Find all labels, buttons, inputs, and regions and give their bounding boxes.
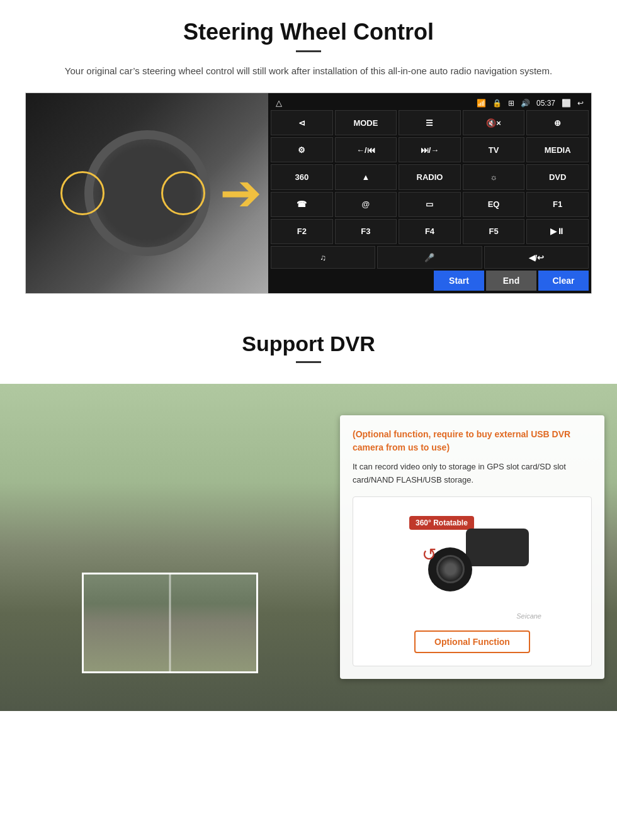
- home-icon: △: [276, 98, 282, 108]
- panel-btn-phone[interactable]: ☎: [271, 192, 333, 217]
- panel-btn-f2[interactable]: F2: [271, 219, 333, 244]
- camera-illustration: 360° Rotatable ↺ Seicane: [397, 510, 548, 623]
- panel-btn-nav[interactable]: ⊲: [271, 110, 333, 135]
- steering-container: ➔ △ 📶 🔒 ⊞ 🔊 05:37 ⬜ ↩ ⊲: [25, 92, 592, 294]
- start-button[interactable]: Start: [434, 271, 484, 291]
- wifi-icon: 📶: [477, 99, 486, 108]
- panel-btn-mic[interactable]: 🎤: [377, 246, 482, 269]
- optional-function-button[interactable]: Optional Function: [414, 630, 530, 653]
- panel-btn-settings[interactable]: ⚙: [271, 137, 333, 162]
- panel-btn-screen[interactable]: ▭: [399, 192, 461, 217]
- steering-photo: ➔: [26, 93, 268, 293]
- yellow-arrow-icon: ➔: [220, 168, 262, 218]
- panel-btn-brightness[interactable]: ☼: [463, 164, 525, 189]
- dvr-section: Support DVR (Optional function, require …: [0, 313, 617, 711]
- dvr-description: It can record video only to storage in G…: [353, 461, 592, 487]
- panel-btn-eject[interactable]: ▲: [335, 164, 397, 189]
- panel-btn-f5[interactable]: F5: [463, 219, 525, 244]
- dvr-optional-text: (Optional function, require to buy exter…: [353, 428, 592, 454]
- panel-btn-tv[interactable]: TV: [463, 137, 525, 162]
- dvr-road-inset: [82, 573, 258, 673]
- panel-btn-f4[interactable]: F4: [399, 219, 461, 244]
- window-icon: ⬜: [562, 99, 571, 108]
- panel-partial-row: ♫ 🎤 ◀/↩: [271, 246, 589, 269]
- road-inset-graphic: [84, 574, 256, 671]
- dvr-title-divider: [296, 361, 321, 363]
- time-display: 05:37: [536, 99, 555, 108]
- seicane-watermark: Seicane: [516, 612, 541, 620]
- panel-btn-menu[interactable]: ☰: [399, 110, 461, 135]
- lock-icon: 🔒: [492, 99, 502, 108]
- panel-btn-volback[interactable]: ◀/↩: [484, 246, 589, 269]
- panel-header-icons: 📶 🔒 ⊞ 🔊 05:37 ⬜ ↩: [477, 99, 584, 108]
- steering-title: Steering Wheel Control: [25, 19, 592, 45]
- dvr-info-card: (Optional function, require to buy exter…: [340, 415, 604, 679]
- rotate-badge: 360° Rotatable: [409, 516, 474, 530]
- panel-btn-f3[interactable]: F3: [335, 219, 397, 244]
- back-icon: ↩: [577, 99, 584, 108]
- title-divider: [296, 50, 321, 52]
- control-panel: △ 📶 🔒 ⊞ 🔊 05:37 ⬜ ↩ ⊲ MODE ☰ 🔇× ⊕: [268, 93, 591, 293]
- panel-header: △ 📶 🔒 ⊞ 🔊 05:37 ⬜ ↩: [271, 96, 589, 110]
- rotation-arrow-icon: ↺: [422, 544, 436, 565]
- dvr-background: (Optional function, require to buy exter…: [0, 384, 617, 711]
- steering-description: Your original car’s steering wheel contr…: [50, 64, 567, 79]
- dvr-header: Support DVR: [0, 313, 617, 384]
- panel-btn-eq[interactable]: EQ: [463, 192, 525, 217]
- camera-body: [466, 529, 529, 566]
- steering-section: Steering Wheel Control Your original car…: [0, 0, 617, 306]
- panel-btn-f1[interactable]: F1: [526, 192, 589, 217]
- audio-icon: 🔊: [521, 99, 530, 108]
- panel-grid: ⊲ MODE ☰ 🔇× ⊕ ⚙ ←/⏮ ⏭/→ TV MEDIA 360 ▲ R…: [271, 110, 589, 244]
- road-center-line: [169, 574, 171, 671]
- steering-wheel-graphic: ➔: [26, 93, 268, 293]
- panel-btn-mute[interactable]: 🔇×: [463, 110, 525, 135]
- panel-btn-360[interactable]: 360: [271, 164, 333, 189]
- panel-btn-playpause[interactable]: ▶⏸: [526, 219, 589, 244]
- panel-btn-radio[interactable]: RADIO: [399, 164, 461, 189]
- button-group-left-circle: [60, 171, 105, 215]
- end-button[interactable]: End: [486, 271, 536, 291]
- panel-btn-media[interactable]: MEDIA: [526, 137, 589, 162]
- panel-btn-next[interactable]: ⏭/→: [399, 137, 461, 162]
- dvr-camera-box: 360° Rotatable ↺ Seicane Optional Functi…: [353, 496, 592, 666]
- panel-btn-music[interactable]: ♫: [271, 246, 375, 269]
- clear-button[interactable]: Clear: [538, 271, 589, 291]
- camera-lens: [436, 555, 465, 583]
- panel-btn-dvd[interactable]: DVD: [526, 164, 589, 189]
- button-group-right-circle: [161, 171, 205, 215]
- grid-icon: ⊞: [508, 99, 514, 108]
- action-buttons-row: Start End Clear: [271, 271, 589, 291]
- panel-btn-prev[interactable]: ←/⏮: [335, 137, 397, 162]
- panel-btn-mode[interactable]: MODE: [335, 110, 397, 135]
- dvr-road-scene: (Optional function, require to buy exter…: [0, 384, 617, 711]
- panel-btn-web[interactable]: @: [335, 192, 397, 217]
- panel-btn-grid[interactable]: ⊕: [526, 110, 589, 135]
- dvr-title: Support DVR: [25, 332, 592, 356]
